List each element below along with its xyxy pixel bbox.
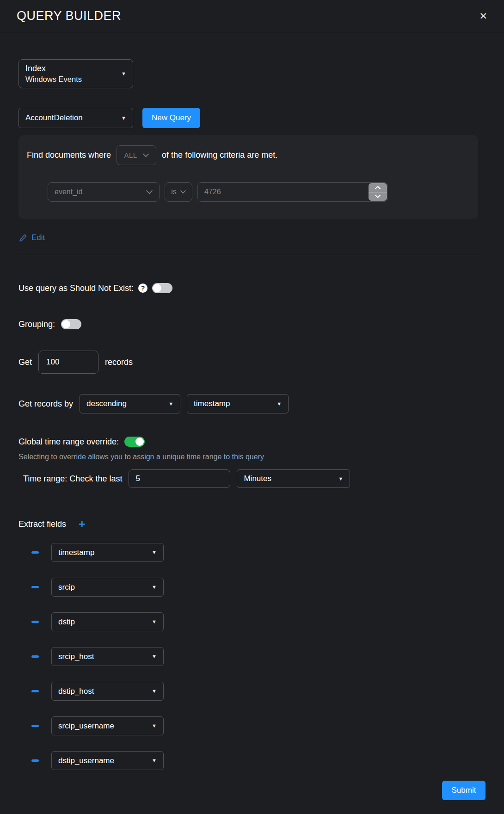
remove-field-icon[interactable] xyxy=(31,759,39,762)
saved-query-row: AccountDeletion ▼ New Query xyxy=(18,108,200,128)
remove-field-icon[interactable] xyxy=(31,655,39,658)
caret-down-icon: ▼ xyxy=(168,401,173,407)
spinner-down-button[interactable] xyxy=(369,192,387,201)
remove-field-icon[interactable] xyxy=(31,621,39,623)
page-title: QUERY BUILDER xyxy=(17,9,121,23)
field-row: dstip ▼ xyxy=(31,612,164,631)
time-unit-value: Minutes xyxy=(244,474,271,483)
submit-button[interactable]: Submit xyxy=(442,781,486,800)
caret-down-icon: ▼ xyxy=(338,476,344,481)
spinner-up-button[interactable] xyxy=(369,183,387,192)
should-not-exist-row: Use query as Should Not Exist: ? xyxy=(18,283,172,293)
time-override-label: Global time range override: xyxy=(18,437,119,447)
field-select[interactable]: timestamp ▼ xyxy=(51,543,164,562)
add-field-icon[interactable]: + xyxy=(79,518,86,530)
match-type-select[interactable]: ALL xyxy=(117,145,156,165)
toggle-knob xyxy=(62,320,70,328)
time-override-toggle[interactable] xyxy=(124,437,145,447)
modal-content: Index Windows Events ▼ AccountDeletion ▼… xyxy=(0,32,504,814)
records-by-row: Get records by descending ▼ timestamp ▼ xyxy=(18,394,289,413)
field-value: dstip_host xyxy=(58,687,94,696)
field-select[interactable]: dstip ▼ xyxy=(51,612,164,631)
sort-field-value: timestamp xyxy=(194,399,230,408)
chevron-down-icon xyxy=(146,190,153,194)
should-not-exist-label: Use query as Should Not Exist: xyxy=(18,284,134,293)
submit-row: Submit xyxy=(442,781,486,800)
index-select[interactable]: Index Windows Events ▼ xyxy=(18,59,133,88)
field-value: srcip_host xyxy=(58,652,94,661)
field-row: srcip_host ▼ xyxy=(31,647,164,666)
field-row: dstip_username ▼ xyxy=(31,751,164,770)
field-row: dstip_host ▼ xyxy=(31,682,164,701)
should-not-exist-toggle[interactable] xyxy=(152,283,172,293)
caret-down-icon: ▼ xyxy=(152,758,157,763)
chevron-down-icon xyxy=(180,190,186,194)
criteria-value-input[interactable] xyxy=(197,182,388,202)
record-count-prefix: Get xyxy=(18,358,32,367)
record-count-suffix: records xyxy=(105,358,133,367)
field-row: timestamp ▼ xyxy=(31,543,164,562)
pencil-icon xyxy=(18,234,27,242)
edit-link[interactable]: Edit xyxy=(18,233,45,242)
criteria-operator-select[interactable]: is xyxy=(165,182,192,202)
field-select[interactable]: srcip ▼ xyxy=(51,578,164,597)
caret-down-icon: ▼ xyxy=(121,116,126,121)
caret-down-icon: ▼ xyxy=(152,550,157,555)
time-range-row: Time range: Check the last Minutes ▼ xyxy=(23,469,350,488)
field-row: srcip_username ▼ xyxy=(31,716,164,735)
saved-query-select[interactable]: AccountDeletion ▼ xyxy=(18,108,133,128)
chevron-up-icon xyxy=(375,186,381,189)
remove-field-icon[interactable] xyxy=(31,551,39,554)
criteria-row: event_id is xyxy=(48,182,464,202)
section-divider xyxy=(18,255,477,255)
record-count-input[interactable] xyxy=(38,351,98,374)
field-value: srcip_username xyxy=(58,722,114,731)
records-by-label: Get records by xyxy=(18,399,73,409)
field-value: dstip xyxy=(58,617,75,627)
saved-query-value: AccountDeletion xyxy=(25,113,83,123)
time-override-row: Global time range override: xyxy=(18,437,145,447)
edit-link-label: Edit xyxy=(31,233,45,242)
field-select[interactable]: srcip_host ▼ xyxy=(51,647,164,666)
caret-down-icon: ▼ xyxy=(121,71,126,76)
time-override-description: Selecting to override allows you to assi… xyxy=(18,453,264,461)
grouping-toggle[interactable] xyxy=(61,319,81,329)
chevron-down-icon xyxy=(143,154,149,157)
remove-field-icon[interactable] xyxy=(31,690,39,692)
grouping-label: Grouping: xyxy=(18,320,55,329)
field-value: dstip_username xyxy=(58,756,114,765)
extract-fields-label: Extract fields xyxy=(18,519,66,529)
help-icon[interactable]: ? xyxy=(138,284,148,293)
remove-field-icon[interactable] xyxy=(31,586,39,588)
criteria-prefix: Find documents where xyxy=(27,150,111,160)
index-select-label: Index xyxy=(25,64,82,74)
criteria-sentence: Find documents where ALL of the followin… xyxy=(27,145,464,165)
new-query-button[interactable]: New Query xyxy=(142,108,200,128)
criteria-operator-value: is xyxy=(171,188,177,196)
grouping-row: Grouping: xyxy=(18,319,81,329)
number-spinner xyxy=(369,183,387,201)
record-count-row: Get records xyxy=(18,351,133,374)
extract-fields-header: Extract fields + xyxy=(18,518,86,530)
time-range-label: Time range: Check the last xyxy=(23,474,122,484)
field-select[interactable]: dstip_host ▼ xyxy=(51,682,164,701)
criteria-field-select[interactable]: event_id xyxy=(48,182,160,202)
time-unit-select[interactable]: Minutes ▼ xyxy=(237,469,350,488)
sort-field-select[interactable]: timestamp ▼ xyxy=(187,394,289,413)
sort-order-select[interactable]: descending ▼ xyxy=(80,394,180,413)
criteria-field-value: event_id xyxy=(55,188,83,196)
criteria-card: Find documents where ALL of the followin… xyxy=(18,135,478,219)
time-range-input[interactable] xyxy=(129,469,230,488)
field-value: timestamp xyxy=(58,548,94,557)
close-icon[interactable]: ✕ xyxy=(479,11,487,21)
caret-down-icon: ▼ xyxy=(152,619,157,624)
match-type-value: ALL xyxy=(124,151,137,159)
field-select[interactable]: dstip_username ▼ xyxy=(51,751,164,770)
remove-field-icon[interactable] xyxy=(31,725,39,727)
criteria-value-wrap xyxy=(197,182,388,202)
query-builder-modal: QUERY BUILDER ✕ Index Windows Events ▼ A… xyxy=(0,0,504,814)
field-select[interactable]: srcip_username ▼ xyxy=(51,716,164,735)
caret-down-icon: ▼ xyxy=(277,401,282,407)
caret-down-icon: ▼ xyxy=(152,585,157,590)
extract-fields-list: timestamp ▼ srcip ▼ dstip ▼ xyxy=(31,543,164,770)
